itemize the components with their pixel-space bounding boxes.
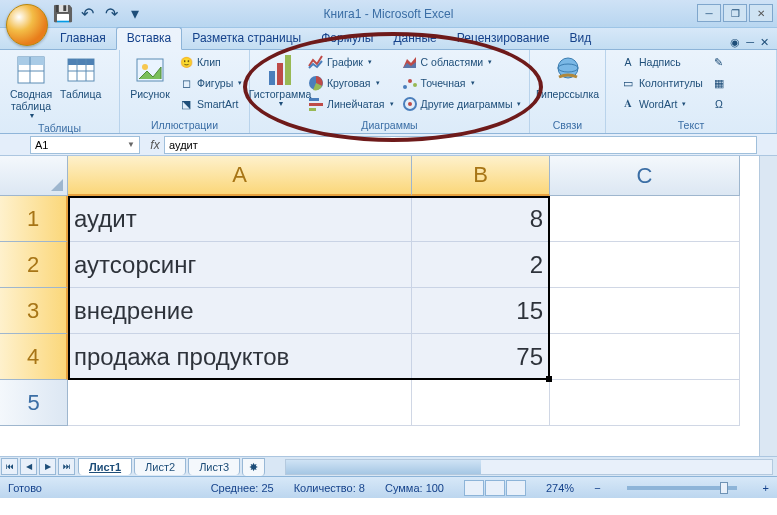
column-chart-button[interactable]: Гистограмма▼ — [256, 52, 304, 109]
other-chart-button[interactable]: Другие диаграммы▾ — [400, 95, 524, 113]
view-pagebreak[interactable] — [506, 480, 526, 496]
ribbon-tab-6[interactable]: Вид — [559, 28, 601, 49]
vertical-scrollbar[interactable] — [759, 156, 777, 456]
cell-A3[interactable]: внедрение — [68, 288, 412, 334]
object-icon: ▦ — [711, 75, 727, 91]
textbox-icon: A — [620, 54, 636, 70]
group-label-ill: Иллюстрации — [126, 118, 243, 133]
cell-A1[interactable]: аудит — [68, 196, 412, 242]
column-header-A[interactable]: A — [68, 156, 412, 196]
sheet-nav-first[interactable]: ⏮ — [1, 458, 18, 475]
row-header-2[interactable]: 2 — [0, 242, 68, 288]
column-header-B[interactable]: B — [412, 156, 550, 196]
cell-A2[interactable]: аутсорсинг — [68, 242, 412, 288]
obj-button[interactable]: ▦ — [709, 74, 729, 92]
redo-icon[interactable]: ↷ — [102, 5, 120, 23]
other-charts-icon — [402, 96, 418, 112]
office-button[interactable] — [6, 4, 48, 46]
close-button[interactable]: ✕ — [749, 4, 773, 22]
wordart-button[interactable]: 𝐀WordArt▾ — [618, 95, 705, 113]
formula-input[interactable]: аудит — [164, 136, 757, 154]
sheet-nav-last[interactable]: ⏭ — [58, 458, 75, 475]
horizontal-scrollbar[interactable] — [285, 459, 773, 475]
cell-C3[interactable] — [550, 288, 740, 334]
sheet-nav-prev[interactable]: ◀ — [20, 458, 37, 475]
svg-point-17 — [403, 85, 407, 89]
row-header-1[interactable]: 1 — [0, 196, 68, 242]
help-icon[interactable]: ◉ — [730, 36, 740, 49]
cell-B5[interactable] — [412, 380, 550, 426]
svg-point-21 — [408, 102, 412, 106]
sheet-tab-0[interactable]: Лист1 — [78, 458, 132, 475]
ribbon-tab-4[interactable]: Данные — [383, 28, 446, 49]
window-title: Книга1 - Microsoft Excel — [324, 7, 454, 21]
name-box[interactable]: A1▼ — [30, 136, 140, 154]
zoom-in[interactable]: + — [763, 482, 769, 494]
cell-A5[interactable] — [68, 380, 412, 426]
table-button[interactable]: Таблица — [56, 52, 105, 102]
view-normal[interactable] — [464, 480, 484, 496]
status-average: Среднее: 25 — [211, 482, 274, 494]
cell-C5[interactable] — [550, 380, 740, 426]
headerfooter-button[interactable]: ▭Колонтитулы — [618, 74, 705, 92]
smartart-button[interactable]: ⬔SmartArt — [176, 95, 244, 113]
minimize-button[interactable]: ─ — [697, 4, 721, 22]
ribbon-tab-5[interactable]: Рецензирование — [447, 28, 560, 49]
line-chart-button[interactable]: График▾ — [306, 53, 396, 71]
row-header-5[interactable]: 5 — [0, 380, 68, 426]
svg-rect-1 — [18, 57, 44, 65]
group-label-charts: Диаграммы — [256, 118, 523, 133]
cell-B4[interactable]: 75 — [412, 334, 550, 380]
cell-B1[interactable]: 8 — [412, 196, 550, 242]
cell-B2[interactable]: 2 — [412, 242, 550, 288]
svg-point-18 — [408, 79, 412, 83]
pie-chart-button[interactable]: Круговая▾ — [306, 74, 396, 92]
bar-chart-button[interactable]: Линейчатая▾ — [306, 95, 396, 113]
scatter-chart-icon — [402, 75, 418, 91]
area-chart-button[interactable]: С областями▾ — [400, 53, 524, 71]
ribbon-tab-0[interactable]: Главная — [50, 28, 116, 49]
save-icon[interactable]: 💾 — [54, 5, 72, 23]
line-chart-icon — [308, 54, 324, 70]
sym-button[interactable]: Ω — [709, 95, 729, 113]
fx-icon[interactable]: fx — [146, 138, 164, 152]
shapes-icon: ◻ — [178, 75, 194, 91]
clip-button[interactable]: 🙂Клип — [176, 53, 244, 71]
group-label-text: Текст — [612, 118, 770, 133]
sheet-nav-next[interactable]: ▶ — [39, 458, 56, 475]
sheet-tab-2[interactable]: Лист3 — [188, 458, 240, 475]
scatter-chart-button[interactable]: Точечная▾ — [400, 74, 524, 92]
smartart-icon: ⬔ — [178, 96, 194, 112]
column-header-C[interactable]: C — [550, 156, 740, 196]
new-sheet-button[interactable]: ✸ — [242, 458, 265, 476]
cell-A4[interactable]: продажа продуктов — [68, 334, 412, 380]
ribbon-tab-2[interactable]: Разметка страницы — [182, 28, 311, 49]
cell-B3[interactable]: 15 — [412, 288, 550, 334]
zoom-slider[interactable] — [627, 486, 737, 490]
zoom-level[interactable]: 274% — [546, 482, 574, 494]
cell-C1[interactable] — [550, 196, 740, 242]
view-pagelayout[interactable] — [485, 480, 505, 496]
ribbon-minimize-icon[interactable]: ─ — [746, 36, 754, 49]
zoom-out[interactable]: − — [594, 482, 600, 494]
ribbon-tab-1[interactable]: Вставка — [116, 27, 183, 50]
area-chart-icon — [402, 54, 418, 70]
ribbon-close-icon[interactable]: ✕ — [760, 36, 769, 49]
qat-customize-icon[interactable]: ▾ — [126, 5, 144, 23]
row-header-4[interactable]: 4 — [0, 334, 68, 380]
row-header-3[interactable]: 3 — [0, 288, 68, 334]
sheet-tab-1[interactable]: Лист2 — [134, 458, 186, 475]
pivot-table-button[interactable]: Сводная таблица▼ — [6, 52, 56, 121]
select-all-corner[interactable] — [0, 156, 68, 196]
undo-icon[interactable]: ↶ — [78, 5, 96, 23]
textbox-button[interactable]: AНадпись — [618, 53, 705, 71]
hyperlink-button[interactable]: Гиперссылка — [536, 52, 599, 102]
ribbon-tab-3[interactable]: Формулы — [311, 28, 383, 49]
restore-button[interactable]: ❐ — [723, 4, 747, 22]
picture-button[interactable]: Рисунок — [126, 52, 174, 102]
shapes-button[interactable]: ◻Фигуры▾ — [176, 74, 244, 92]
worksheet-grid[interactable]: ABC 12345 аудит8аутсорсинг2внедрение15пр… — [0, 156, 777, 456]
sig-button[interactable]: ✎ — [709, 53, 729, 71]
cell-C2[interactable] — [550, 242, 740, 288]
cell-C4[interactable] — [550, 334, 740, 380]
